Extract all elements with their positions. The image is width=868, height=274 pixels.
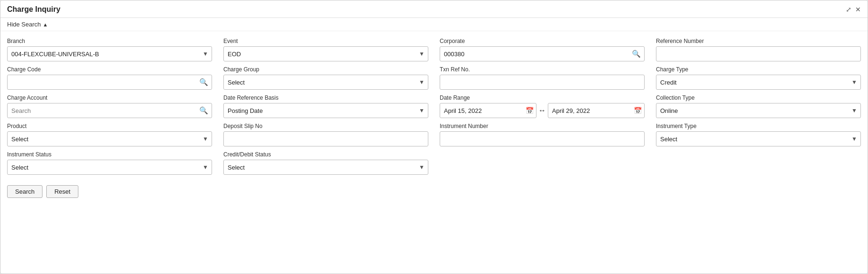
txn-ref-no-input[interactable]	[440, 75, 645, 90]
instrument-number-field-group: Instrument Number	[440, 123, 645, 146]
instrument-type-select[interactable]: Select	[656, 131, 861, 146]
event-select[interactable]: EOD	[223, 46, 428, 61]
event-label: Event	[223, 38, 428, 44]
instrument-status-label: Instrument Status	[7, 151, 212, 158]
product-select[interactable]: Select	[7, 131, 212, 146]
branch-select[interactable]: 004-FLEXCUBE-UNIVERSAL-B	[7, 46, 212, 61]
charge-inquiry-window: Charge Inquiry ⤢ ✕ Hide Search ▲ Branch …	[0, 0, 868, 274]
txn-ref-no-field-group: Txn Ref No.	[440, 66, 645, 90]
date-reference-basis-select-wrapper: Posting Date ▼	[223, 103, 428, 118]
instrument-status-select-wrapper: Select ▼	[7, 160, 212, 175]
charge-account-field-group: Charge Account 🔍	[7, 94, 212, 118]
date-range-wrapper: 📅 ↔ 📅	[440, 103, 645, 118]
date-reference-basis-select[interactable]: Posting Date	[223, 103, 428, 118]
date-range-field-group: Date Range 📅 ↔ 📅	[440, 94, 645, 118]
instrument-status-select[interactable]: Select	[7, 160, 212, 175]
charge-type-label: Charge Type	[656, 66, 861, 73]
charge-code-label: Charge Code	[7, 66, 212, 73]
empty-col-4	[656, 151, 861, 175]
bottom-bar: Search Reset	[0, 180, 868, 204]
date-end-wrapper: 📅	[548, 103, 645, 118]
date-range-label: Date Range	[440, 94, 645, 101]
date-reference-basis-field-group: Date Reference Basis Posting Date ▼	[223, 94, 428, 118]
charge-group-field-group: Charge Group Select ▼	[223, 66, 428, 90]
charge-account-input[interactable]	[7, 103, 212, 118]
form-area: Branch 004-FLEXCUBE-UNIVERSAL-B ▼ Event …	[0, 31, 868, 180]
form-grid: Branch 004-FLEXCUBE-UNIVERSAL-B ▼ Event …	[7, 38, 861, 175]
credit-debit-status-select-wrapper: Select ▼	[223, 160, 428, 175]
title-bar: Charge Inquiry ⤢ ✕	[0, 0, 868, 18]
charge-type-field-group: Charge Type Credit ▼	[656, 66, 861, 90]
search-button[interactable]: Search	[7, 185, 43, 198]
charge-group-label: Charge Group	[223, 66, 428, 73]
corporate-label: Corporate	[440, 38, 645, 44]
product-label: Product	[7, 123, 212, 129]
hide-search-arrow-icon: ▲	[43, 22, 48, 27]
empty-col-3	[440, 151, 645, 175]
deposit-slip-no-input[interactable]	[223, 131, 428, 146]
corporate-field-group: Corporate 🔍	[440, 38, 645, 61]
reference-number-field-group: Reference Number	[656, 38, 861, 61]
event-select-wrapper: EOD ▼	[223, 46, 428, 61]
title-bar-controls: ⤢ ✕	[846, 6, 861, 13]
charge-type-select[interactable]: Credit	[656, 75, 861, 90]
event-field-group: Event EOD ▼	[223, 38, 428, 61]
charge-group-select-wrapper: Select ▼	[223, 75, 428, 90]
product-select-wrapper: Select ▼	[7, 131, 212, 146]
branch-select-wrapper: 004-FLEXCUBE-UNIVERSAL-B ▼	[7, 46, 212, 61]
deposit-slip-no-field-group: Deposit Slip No	[223, 123, 428, 146]
date-start-wrapper: 📅	[440, 103, 536, 118]
charge-type-select-wrapper: Credit ▼	[656, 75, 861, 90]
date-range-end-input[interactable]	[548, 103, 645, 118]
charge-group-select[interactable]: Select	[223, 75, 428, 90]
date-range-start-input[interactable]	[440, 103, 536, 118]
maximize-icon[interactable]: ⤢	[846, 6, 851, 13]
reference-number-label: Reference Number	[656, 38, 861, 44]
collection-type-select-wrapper: Online ▼	[656, 103, 861, 118]
collection-type-label: Collection Type	[656, 94, 861, 101]
date-range-arrow-icon: ↔	[538, 106, 546, 115]
instrument-number-input[interactable]	[440, 131, 645, 146]
collection-type-select[interactable]: Online	[656, 103, 861, 118]
charge-account-input-wrapper: 🔍	[7, 103, 212, 118]
product-field-group: Product Select ▼	[7, 123, 212, 146]
instrument-status-field-group: Instrument Status Select ▼	[7, 151, 212, 175]
charge-code-input[interactable]	[7, 75, 212, 90]
charge-account-label: Charge Account	[7, 94, 212, 101]
close-icon[interactable]: ✕	[855, 6, 861, 13]
instrument-number-label: Instrument Number	[440, 123, 645, 129]
hide-search-bar: Hide Search ▲	[0, 18, 868, 31]
hide-search-button[interactable]: Hide Search	[7, 21, 41, 28]
corporate-input[interactable]	[440, 46, 645, 61]
date-reference-basis-label: Date Reference Basis	[223, 94, 428, 101]
instrument-type-select-wrapper: Select ▼	[656, 131, 861, 146]
charge-code-field-group: Charge Code 🔍	[7, 66, 212, 90]
credit-debit-status-field-group: Credit/Debit Status Select ▼	[223, 151, 428, 175]
collection-type-field-group: Collection Type Online ▼	[656, 94, 861, 118]
credit-debit-status-select[interactable]: Select	[223, 160, 428, 175]
window-title: Charge Inquiry	[7, 5, 60, 14]
branch-label: Branch	[7, 38, 212, 44]
credit-debit-status-label: Credit/Debit Status	[223, 151, 428, 158]
branch-field-group: Branch 004-FLEXCUBE-UNIVERSAL-B ▼	[7, 38, 212, 61]
instrument-type-field-group: Instrument Type Select ▼	[656, 123, 861, 146]
deposit-slip-no-label: Deposit Slip No	[223, 123, 428, 129]
reset-button[interactable]: Reset	[46, 185, 78, 198]
reference-number-input[interactable]	[656, 46, 861, 61]
txn-ref-no-label: Txn Ref No.	[440, 66, 645, 73]
corporate-input-wrapper: 🔍	[440, 46, 645, 61]
instrument-type-label: Instrument Type	[656, 123, 861, 129]
charge-code-input-wrapper: 🔍	[7, 75, 212, 90]
